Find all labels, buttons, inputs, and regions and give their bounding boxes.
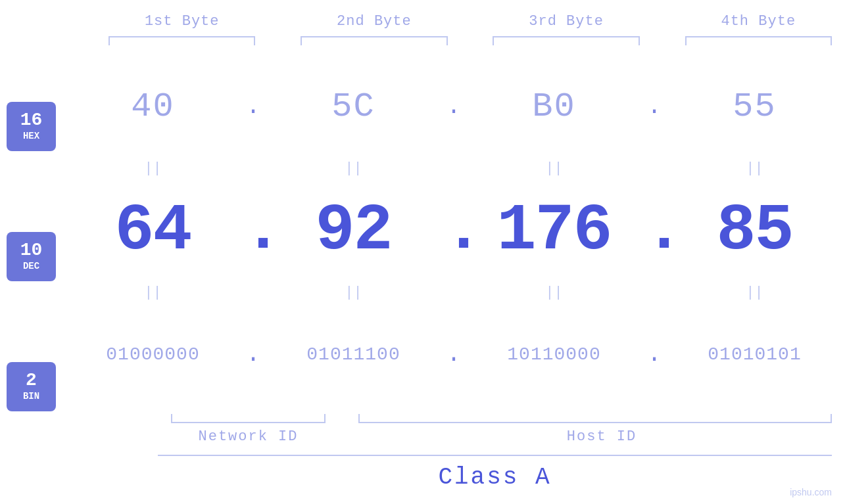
equals-1-4: || bbox=[664, 160, 845, 177]
host-bracket bbox=[358, 410, 845, 423]
bin-cell-3: 10110000 bbox=[464, 344, 644, 365]
dec-row: 64 . 92 . 176 . 85 bbox=[62, 179, 845, 283]
bracket-4 bbox=[672, 36, 845, 48]
top-brackets bbox=[95, 36, 845, 48]
equals-row-2: || || || || bbox=[62, 283, 845, 302]
bin-value-1: 01000000 bbox=[106, 344, 199, 365]
bottom-brackets bbox=[158, 410, 845, 423]
dec-value-1: 64 bbox=[114, 194, 191, 268]
byte-header-1: 1st Byte bbox=[95, 13, 268, 30]
equals-1-3: || bbox=[464, 160, 644, 177]
equals-1-2: || bbox=[263, 160, 444, 177]
class-label: Class A bbox=[158, 464, 832, 491]
hex-value-3: B0 bbox=[532, 87, 575, 126]
dec-cell-2: 92 bbox=[263, 194, 444, 268]
bin-value-4: 01010101 bbox=[708, 344, 801, 365]
badge-dec-number: 10 bbox=[20, 241, 43, 260]
content-area: 16 HEX 10 DEC 2 BIN 40 . 5C bbox=[0, 55, 845, 491]
bin-dot-2: . bbox=[444, 341, 464, 368]
hex-cell-3: B0 bbox=[464, 87, 644, 126]
byte-header-2: 2nd Byte bbox=[287, 13, 460, 30]
dec-value-2: 92 bbox=[315, 194, 391, 268]
bin-value-3: 10110000 bbox=[507, 344, 600, 365]
hex-value-2: 5C bbox=[331, 87, 375, 126]
badge-bin: 2 BIN bbox=[7, 362, 56, 411]
equals-2-4: || bbox=[664, 285, 845, 301]
bracket-2 bbox=[287, 36, 460, 48]
hex-row: 40 . 5C . B0 . 55 bbox=[62, 55, 845, 159]
host-id-label: Host ID bbox=[358, 428, 845, 445]
bracket-1 bbox=[95, 36, 268, 48]
badge-hex-number: 16 bbox=[20, 111, 43, 129]
bin-cell-4: 01010101 bbox=[664, 344, 845, 365]
equals-2-3: || bbox=[464, 285, 644, 301]
badges-column: 16 HEX 10 DEC 2 BIN bbox=[0, 55, 62, 491]
badge-bin-number: 2 bbox=[26, 371, 37, 390]
hex-cell-1: 40 bbox=[62, 87, 243, 126]
badge-hex: 16 HEX bbox=[7, 102, 56, 151]
bottom-section: Network ID Host ID bbox=[158, 410, 845, 445]
dec-dot-3: . bbox=[644, 198, 664, 263]
class-line bbox=[158, 455, 832, 456]
network-bracket bbox=[158, 410, 339, 423]
hex-cell-4: 55 bbox=[664, 87, 845, 126]
bin-row: 01000000 . 01011100 . 10110000 . 0101010… bbox=[62, 302, 845, 407]
dec-value-3: 176 bbox=[496, 194, 611, 268]
dec-value-4: 85 bbox=[716, 194, 792, 268]
badge-bin-label: BIN bbox=[23, 391, 39, 401]
bin-dot-3: . bbox=[644, 341, 664, 368]
watermark: ipshu.com bbox=[790, 487, 832, 497]
hex-value-4: 55 bbox=[733, 87, 776, 126]
badge-hex-label: HEX bbox=[23, 131, 39, 141]
network-id-label: Network ID bbox=[158, 428, 339, 445]
equals-1-1: || bbox=[62, 160, 243, 177]
bin-value-2: 01011100 bbox=[306, 344, 400, 365]
equals-2-2: || bbox=[263, 285, 444, 301]
byte-header-3: 3rd Byte bbox=[479, 13, 652, 30]
dec-cell-3: 176 bbox=[464, 194, 644, 268]
bin-cell-2: 01011100 bbox=[263, 344, 444, 365]
dec-cell-1: 64 bbox=[62, 194, 243, 268]
byte-headers: 1st Byte 2nd Byte 3rd Byte 4th Byte bbox=[95, 13, 845, 30]
hex-cell-2: 5C bbox=[263, 87, 444, 126]
equals-row-1: || || || || bbox=[62, 159, 845, 179]
main-container: 1st Byte 2nd Byte 3rd Byte 4th Byte 16 H… bbox=[0, 0, 845, 504]
byte-header-4: 4th Byte bbox=[672, 13, 845, 30]
hex-dot-1: . bbox=[243, 93, 263, 120]
badge-dec: 10 DEC bbox=[7, 232, 56, 281]
hex-dot-2: . bbox=[444, 93, 464, 120]
bin-cell-1: 01000000 bbox=[62, 344, 243, 365]
class-section: Class A bbox=[158, 455, 832, 491]
bracket-3 bbox=[479, 36, 652, 48]
dec-cell-4: 85 bbox=[664, 194, 845, 268]
hex-dot-3: . bbox=[644, 93, 664, 120]
badge-dec-label: DEC bbox=[23, 261, 39, 271]
equals-2-1: || bbox=[62, 285, 243, 301]
labels-row: Network ID Host ID bbox=[158, 428, 845, 445]
bin-dot-1: . bbox=[243, 341, 263, 368]
data-columns: 40 . 5C . B0 . 55 || || bbox=[62, 55, 845, 491]
dec-dot-2: . bbox=[444, 198, 464, 263]
dec-dot-1: . bbox=[243, 198, 263, 263]
hex-value-1: 40 bbox=[131, 87, 174, 126]
